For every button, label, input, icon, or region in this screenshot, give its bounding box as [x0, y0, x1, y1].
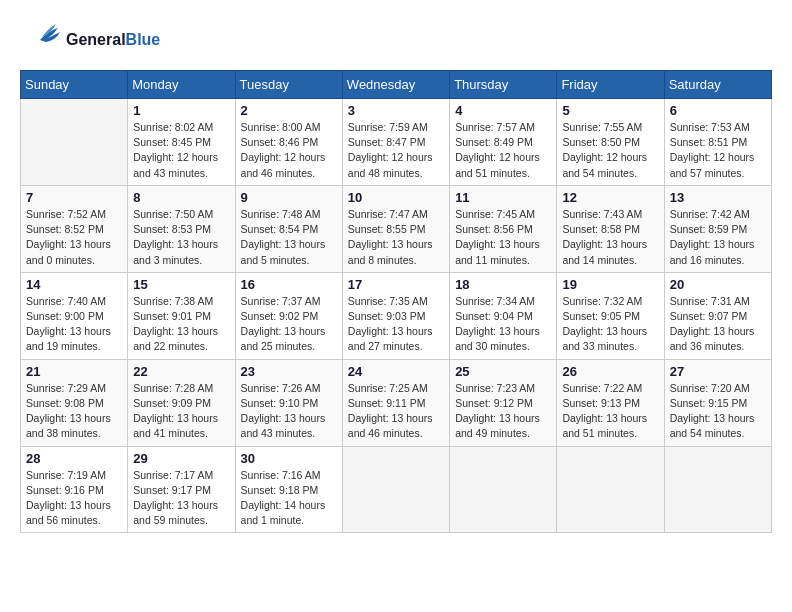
weekday-header-thursday: Thursday: [450, 71, 557, 99]
calendar-week-1: 1Sunrise: 8:02 AM Sunset: 8:45 PM Daylig…: [21, 99, 772, 186]
calendar-cell: 25Sunrise: 7:23 AM Sunset: 9:12 PM Dayli…: [450, 359, 557, 446]
day-number: 26: [562, 364, 658, 379]
calendar-cell: 30Sunrise: 7:16 AM Sunset: 9:18 PM Dayli…: [235, 446, 342, 533]
day-info: Sunrise: 7:40 AM Sunset: 9:00 PM Dayligh…: [26, 294, 122, 355]
weekday-header-wednesday: Wednesday: [342, 71, 449, 99]
weekday-header-tuesday: Tuesday: [235, 71, 342, 99]
weekday-header-monday: Monday: [128, 71, 235, 99]
day-number: 28: [26, 451, 122, 466]
calendar-cell: 28Sunrise: 7:19 AM Sunset: 9:16 PM Dayli…: [21, 446, 128, 533]
calendar-cell: 21Sunrise: 7:29 AM Sunset: 9:08 PM Dayli…: [21, 359, 128, 446]
day-info: Sunrise: 7:25 AM Sunset: 9:11 PM Dayligh…: [348, 381, 444, 442]
calendar-week-5: 28Sunrise: 7:19 AM Sunset: 9:16 PM Dayli…: [21, 446, 772, 533]
day-info: Sunrise: 7:16 AM Sunset: 9:18 PM Dayligh…: [241, 468, 337, 529]
calendar-header-row: SundayMondayTuesdayWednesdayThursdayFrid…: [21, 71, 772, 99]
day-info: Sunrise: 7:57 AM Sunset: 8:49 PM Dayligh…: [455, 120, 551, 181]
calendar-cell: 13Sunrise: 7:42 AM Sunset: 8:59 PM Dayli…: [664, 185, 771, 272]
calendar-cell: 15Sunrise: 7:38 AM Sunset: 9:01 PM Dayli…: [128, 272, 235, 359]
day-number: 23: [241, 364, 337, 379]
day-number: 21: [26, 364, 122, 379]
day-number: 15: [133, 277, 229, 292]
day-info: Sunrise: 7:35 AM Sunset: 9:03 PM Dayligh…: [348, 294, 444, 355]
calendar-cell: 10Sunrise: 7:47 AM Sunset: 8:55 PM Dayli…: [342, 185, 449, 272]
day-number: 29: [133, 451, 229, 466]
calendar-cell: [664, 446, 771, 533]
calendar-cell: 12Sunrise: 7:43 AM Sunset: 8:58 PM Dayli…: [557, 185, 664, 272]
day-number: 24: [348, 364, 444, 379]
day-info: Sunrise: 7:32 AM Sunset: 9:05 PM Dayligh…: [562, 294, 658, 355]
day-info: Sunrise: 7:19 AM Sunset: 9:16 PM Dayligh…: [26, 468, 122, 529]
calendar-cell: 20Sunrise: 7:31 AM Sunset: 9:07 PM Dayli…: [664, 272, 771, 359]
day-number: 17: [348, 277, 444, 292]
day-info: Sunrise: 7:52 AM Sunset: 8:52 PM Dayligh…: [26, 207, 122, 268]
day-number: 4: [455, 103, 551, 118]
weekday-header-sunday: Sunday: [21, 71, 128, 99]
day-info: Sunrise: 7:48 AM Sunset: 8:54 PM Dayligh…: [241, 207, 337, 268]
calendar-cell: 5Sunrise: 7:55 AM Sunset: 8:50 PM Daylig…: [557, 99, 664, 186]
header: GeneralBlue: [20, 20, 772, 60]
weekday-header-friday: Friday: [557, 71, 664, 99]
calendar-cell: [342, 446, 449, 533]
calendar-cell: [450, 446, 557, 533]
calendar-cell: 9Sunrise: 7:48 AM Sunset: 8:54 PM Daylig…: [235, 185, 342, 272]
day-number: 20: [670, 277, 766, 292]
calendar-cell: 18Sunrise: 7:34 AM Sunset: 9:04 PM Dayli…: [450, 272, 557, 359]
day-info: Sunrise: 7:45 AM Sunset: 8:56 PM Dayligh…: [455, 207, 551, 268]
day-number: 22: [133, 364, 229, 379]
day-number: 11: [455, 190, 551, 205]
day-number: 1: [133, 103, 229, 118]
day-info: Sunrise: 7:31 AM Sunset: 9:07 PM Dayligh…: [670, 294, 766, 355]
day-number: 13: [670, 190, 766, 205]
day-number: 6: [670, 103, 766, 118]
calendar-cell: 14Sunrise: 7:40 AM Sunset: 9:00 PM Dayli…: [21, 272, 128, 359]
day-number: 10: [348, 190, 444, 205]
calendar-cell: 26Sunrise: 7:22 AM Sunset: 9:13 PM Dayli…: [557, 359, 664, 446]
day-number: 25: [455, 364, 551, 379]
day-info: Sunrise: 7:17 AM Sunset: 9:17 PM Dayligh…: [133, 468, 229, 529]
day-number: 18: [455, 277, 551, 292]
logo-rebuilt: GeneralBlue: [20, 20, 160, 60]
calendar-cell: 24Sunrise: 7:25 AM Sunset: 9:11 PM Dayli…: [342, 359, 449, 446]
calendar-cell: 1Sunrise: 8:02 AM Sunset: 8:45 PM Daylig…: [128, 99, 235, 186]
day-number: 30: [241, 451, 337, 466]
calendar: SundayMondayTuesdayWednesdayThursdayFrid…: [20, 70, 772, 533]
day-info: Sunrise: 7:22 AM Sunset: 9:13 PM Dayligh…: [562, 381, 658, 442]
calendar-body: 1Sunrise: 8:02 AM Sunset: 8:45 PM Daylig…: [21, 99, 772, 533]
day-number: 12: [562, 190, 658, 205]
day-info: Sunrise: 7:34 AM Sunset: 9:04 PM Dayligh…: [455, 294, 551, 355]
day-number: 19: [562, 277, 658, 292]
day-info: Sunrise: 7:59 AM Sunset: 8:47 PM Dayligh…: [348, 120, 444, 181]
calendar-cell: 29Sunrise: 7:17 AM Sunset: 9:17 PM Dayli…: [128, 446, 235, 533]
day-number: 16: [241, 277, 337, 292]
day-info: Sunrise: 7:47 AM Sunset: 8:55 PM Dayligh…: [348, 207, 444, 268]
calendar-cell: 17Sunrise: 7:35 AM Sunset: 9:03 PM Dayli…: [342, 272, 449, 359]
day-info: Sunrise: 7:23 AM Sunset: 9:12 PM Dayligh…: [455, 381, 551, 442]
calendar-cell: 19Sunrise: 7:32 AM Sunset: 9:05 PM Dayli…: [557, 272, 664, 359]
calendar-week-2: 7Sunrise: 7:52 AM Sunset: 8:52 PM Daylig…: [21, 185, 772, 272]
weekday-header-saturday: Saturday: [664, 71, 771, 99]
day-info: Sunrise: 8:02 AM Sunset: 8:45 PM Dayligh…: [133, 120, 229, 181]
day-info: Sunrise: 7:37 AM Sunset: 9:02 PM Dayligh…: [241, 294, 337, 355]
day-info: Sunrise: 7:43 AM Sunset: 8:58 PM Dayligh…: [562, 207, 658, 268]
day-number: 7: [26, 190, 122, 205]
day-number: 27: [670, 364, 766, 379]
calendar-cell: [557, 446, 664, 533]
calendar-cell: 16Sunrise: 7:37 AM Sunset: 9:02 PM Dayli…: [235, 272, 342, 359]
calendar-cell: 3Sunrise: 7:59 AM Sunset: 8:47 PM Daylig…: [342, 99, 449, 186]
calendar-week-3: 14Sunrise: 7:40 AM Sunset: 9:00 PM Dayli…: [21, 272, 772, 359]
calendar-cell: 27Sunrise: 7:20 AM Sunset: 9:15 PM Dayli…: [664, 359, 771, 446]
day-number: 8: [133, 190, 229, 205]
day-number: 5: [562, 103, 658, 118]
day-info: Sunrise: 7:38 AM Sunset: 9:01 PM Dayligh…: [133, 294, 229, 355]
day-info: Sunrise: 7:28 AM Sunset: 9:09 PM Dayligh…: [133, 381, 229, 442]
calendar-cell: 23Sunrise: 7:26 AM Sunset: 9:10 PM Dayli…: [235, 359, 342, 446]
calendar-cell: [21, 99, 128, 186]
day-info: Sunrise: 7:50 AM Sunset: 8:53 PM Dayligh…: [133, 207, 229, 268]
calendar-cell: 4Sunrise: 7:57 AM Sunset: 8:49 PM Daylig…: [450, 99, 557, 186]
day-info: Sunrise: 7:42 AM Sunset: 8:59 PM Dayligh…: [670, 207, 766, 268]
day-info: Sunrise: 7:26 AM Sunset: 9:10 PM Dayligh…: [241, 381, 337, 442]
day-info: Sunrise: 8:00 AM Sunset: 8:46 PM Dayligh…: [241, 120, 337, 181]
day-number: 2: [241, 103, 337, 118]
calendar-cell: 11Sunrise: 7:45 AM Sunset: 8:56 PM Dayli…: [450, 185, 557, 272]
day-number: 3: [348, 103, 444, 118]
